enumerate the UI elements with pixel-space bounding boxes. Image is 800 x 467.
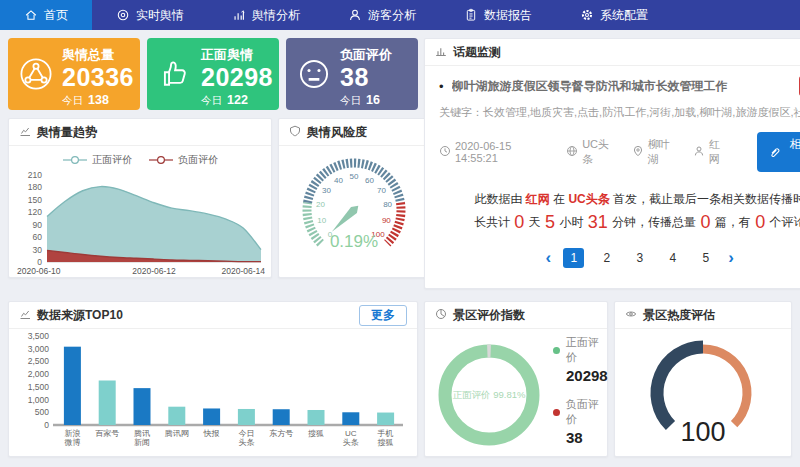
svg-text:90: 90 bbox=[382, 216, 391, 225]
more-button[interactable]: 更多 bbox=[359, 305, 407, 326]
panel-title: 景区评价指数 bbox=[453, 307, 525, 324]
tab-label: 系统配置 bbox=[600, 7, 648, 24]
topic-author: 红网 bbox=[693, 137, 729, 167]
topics-panel: 话题监测 • 柳叶湖旅游度假区领导督导防汛和城市长效管理工作 负面 关键字：长效… bbox=[424, 38, 800, 289]
svg-text:100: 100 bbox=[680, 417, 725, 447]
topic-keywords: 关键字：长效管理,地质灾害,点击,防汛工作,河街,加载,柳叶湖,旅游度假区,社区… bbox=[439, 105, 800, 120]
svg-text:80: 80 bbox=[383, 200, 392, 209]
kpi-today-label: 今日 bbox=[340, 94, 361, 106]
tab-realtime-sentiment[interactable]: 实时舆情 bbox=[92, 0, 208, 30]
gear-icon bbox=[580, 8, 594, 22]
kpi-card-positive: 正面舆情 20298 今日122 bbox=[147, 38, 279, 110]
svg-text:头条: 头条 bbox=[343, 438, 359, 447]
eye-icon bbox=[625, 306, 637, 324]
legend-dot bbox=[553, 409, 560, 416]
kpi-today-value: 122 bbox=[227, 93, 248, 107]
legend-item[interactable]: 负面评价 bbox=[148, 153, 218, 167]
trend-chart-icon bbox=[19, 123, 31, 141]
list-bullet: • bbox=[439, 79, 444, 94]
svg-text:百家号: 百家号 bbox=[95, 429, 119, 438]
svg-text:头条: 头条 bbox=[238, 438, 254, 447]
legend-item[interactable]: 正面评价 bbox=[62, 153, 132, 167]
legend-item: 正面评价20298 bbox=[553, 335, 608, 384]
pagination: ‹12345› bbox=[439, 248, 800, 268]
pagination-prev[interactable]: ‹ bbox=[546, 248, 552, 268]
tab-label: 数据报告 bbox=[484, 7, 532, 24]
sources-panel: 数据来源TOP10 更多 05001,0001,5002,0002,5003,0… bbox=[8, 301, 418, 457]
sources-bar-chart: 05001,0001,5002,0002,5003,0003,500新浪微博百家… bbox=[9, 329, 417, 456]
svg-text:3,500: 3,500 bbox=[28, 331, 50, 341]
target-icon bbox=[116, 8, 130, 22]
svg-text:今日: 今日 bbox=[238, 429, 254, 438]
svg-text:3,000: 3,000 bbox=[28, 344, 50, 354]
kpi-today-value: 16 bbox=[366, 93, 380, 107]
tab-visitor-analysis[interactable]: 游客分析 bbox=[324, 0, 440, 30]
neutral-face-icon bbox=[295, 55, 333, 97]
heat-gauge-chart: 100 bbox=[615, 329, 791, 457]
svg-text:10: 10 bbox=[317, 216, 326, 225]
tab-label: 游客分析 bbox=[368, 7, 416, 24]
topic-summary: 此数据由 红网 在 UC头条 首发，截止最后一条相关数据传播时长共计 0 天 5… bbox=[469, 188, 800, 235]
tab-sentiment-analysis[interactable]: 舆情分析 bbox=[208, 0, 324, 30]
svg-text:1,000: 1,000 bbox=[28, 395, 50, 405]
tab-home[interactable]: 首页 bbox=[0, 0, 92, 30]
legend-item: 负面评价38 bbox=[553, 397, 608, 446]
svg-text:120: 120 bbox=[28, 207, 42, 217]
svg-text:东方号: 东方号 bbox=[269, 429, 293, 438]
topic-time-text: 2020-06-15 14:55:21 bbox=[455, 140, 552, 164]
svg-text:0: 0 bbox=[44, 420, 49, 430]
pie-chart-icon bbox=[435, 306, 447, 324]
svg-text:90: 90 bbox=[33, 220, 43, 230]
rating-panel: 景区评价指数 正面评价 99.81% 正面评价20298负面评价38 bbox=[424, 301, 608, 457]
svg-text:150: 150 bbox=[28, 195, 42, 205]
page-button[interactable]: 4 bbox=[662, 248, 683, 268]
legend-dot bbox=[553, 347, 560, 354]
kpi-title: 正面舆情 bbox=[201, 46, 271, 64]
svg-text:50: 50 bbox=[350, 172, 359, 181]
topic-place-text: 柳叶湖 bbox=[648, 137, 679, 167]
trend-chart-icon bbox=[19, 306, 31, 324]
svg-text:180: 180 bbox=[28, 182, 42, 192]
heat-panel: 景区热度评估 100 bbox=[614, 301, 792, 457]
page-button[interactable]: 1 bbox=[563, 248, 584, 268]
page-button[interactable]: 2 bbox=[596, 248, 617, 268]
panel-title: 舆情量趋势 bbox=[37, 124, 97, 141]
page-button[interactable]: 5 bbox=[695, 248, 716, 268]
svg-text:30: 30 bbox=[322, 186, 331, 195]
related-data-button[interactable]: 相关数据 bbox=[757, 132, 800, 172]
svg-text:2020-06-10: 2020-06-10 bbox=[17, 266, 61, 276]
tab-data-report[interactable]: 数据报告 bbox=[440, 0, 556, 30]
main-content: 舆情总量 20336 今日138 正面舆情 20298 今日122 bbox=[0, 30, 800, 465]
kpi-card-total: 舆情总量 20336 今日138 bbox=[8, 38, 140, 110]
svg-text:40: 40 bbox=[334, 176, 343, 185]
related-data-label: 相关数据 bbox=[785, 137, 800, 167]
svg-text:2,500: 2,500 bbox=[28, 356, 50, 366]
topic-source-text: UC头条 bbox=[582, 137, 618, 167]
svg-text:60: 60 bbox=[365, 176, 374, 185]
paperclip-icon bbox=[769, 146, 780, 159]
panel-title: 数据来源TOP10 bbox=[37, 307, 123, 324]
topic-place: 柳叶湖 bbox=[632, 137, 679, 167]
kpi-today: 今日122 bbox=[201, 93, 271, 108]
topic-author-text: 红网 bbox=[709, 137, 729, 167]
page-button[interactable]: 3 bbox=[629, 248, 650, 268]
panel-title: 舆情风险度 bbox=[307, 124, 367, 141]
share-network-icon bbox=[17, 55, 55, 97]
svg-text:搜狐: 搜狐 bbox=[378, 438, 394, 447]
kpi-value: 20336 bbox=[62, 64, 132, 92]
tab-system-settings[interactable]: 系统配置 bbox=[556, 0, 672, 30]
svg-text:正面评价 99.81%: 正面评价 99.81% bbox=[453, 389, 526, 400]
svg-text:30: 30 bbox=[33, 245, 43, 255]
kpi-today: 今日138 bbox=[62, 93, 132, 108]
dashboard-root: 首页 实时舆情 舆情分析 游客分析 数据报告 系统配置 bbox=[0, 0, 800, 467]
svg-text:2020-06-12: 2020-06-12 bbox=[132, 266, 176, 276]
topic-title-link[interactable]: 柳叶湖旅游度假区领导督导防汛和城市长效管理工作 bbox=[452, 78, 791, 95]
svg-text:腾讯网: 腾讯网 bbox=[165, 429, 189, 438]
tab-label: 首页 bbox=[44, 7, 68, 24]
kpi-value: 38 bbox=[340, 64, 410, 92]
svg-text:0.19%: 0.19% bbox=[330, 232, 378, 251]
clock-icon bbox=[439, 145, 451, 159]
visitor-icon bbox=[348, 8, 362, 22]
svg-text:UC: UC bbox=[345, 429, 357, 438]
pagination-next[interactable]: › bbox=[728, 248, 734, 268]
